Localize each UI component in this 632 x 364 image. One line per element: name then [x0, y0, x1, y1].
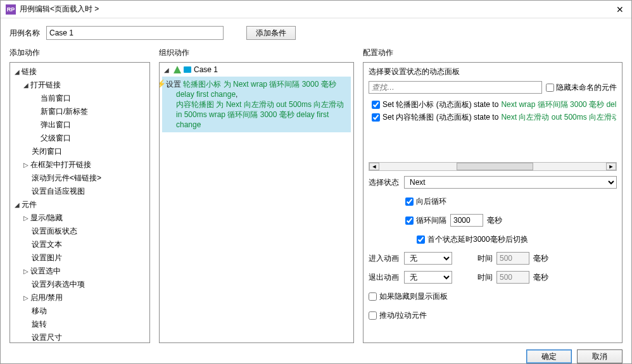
ok-button[interactable]: 确定	[526, 349, 572, 363]
select-state-dropdown[interactable]: Next	[404, 176, 617, 189]
loop-interval-input[interactable]	[450, 214, 483, 227]
columns: 添加动作 ◢链接 ◢打开链接 当前窗口 新窗口/新标签 弹出窗口 父级窗口 关闭…	[1, 45, 631, 343]
tree-parent-window[interactable]: 父级窗口	[14, 132, 146, 145]
tree-adaptive-view[interactable]: 设置自适应视图	[14, 185, 146, 198]
case-label: Case 1	[194, 65, 218, 74]
ms-unit: 毫秒	[487, 215, 502, 226]
organize-action-header: 组织动作	[159, 47, 354, 58]
hide-unnamed-checkbox[interactable]: 隐藏未命名的元件	[546, 82, 617, 93]
tree-set-text[interactable]: 设置文本	[14, 238, 146, 251]
configure-action-column: 配置动作 选择要设置状态的动态面板 隐藏未命名的元件 Set 轮播图小标 (动态…	[363, 45, 623, 343]
cfg-heading: 选择要设置状态的动态面板	[369, 66, 617, 77]
time-label: 时间	[456, 272, 493, 283]
anim-in-dropdown[interactable]: 无	[404, 252, 452, 265]
tree-set-panel-state[interactable]: 设置面板状态	[14, 225, 146, 238]
configure-action-header: 配置动作	[363, 47, 623, 58]
scroll-thumb[interactable]	[457, 163, 534, 170]
case-name-label: 用例名称	[9, 28, 40, 39]
tree-new-window[interactable]: 新窗口/新标签	[14, 105, 146, 118]
ms-unit: 毫秒	[533, 272, 548, 283]
anim-out-dropdown[interactable]: 无	[404, 271, 452, 284]
tree-rotate[interactable]: 旋转	[14, 318, 146, 331]
organize-action-column: 组织动作 ◢ Case 1 ⚡ 设置 轮播图小标 为 Next wrap 循环间…	[159, 45, 354, 343]
action-tree-panel: ◢链接 ◢打开链接 当前窗口 新窗口/新标签 弹出窗口 父级窗口 关闭窗口 ▷在…	[9, 62, 150, 343]
anim-out-time-input	[496, 271, 529, 284]
configure-panel: 选择要设置状态的动态面板 隐藏未命名的元件 Set 轮播图小标 (动态面板) s…	[363, 62, 623, 343]
case-icon-a	[174, 66, 181, 73]
case-header[interactable]: ◢ Case 1	[160, 63, 353, 77]
tree-scroll-to-widget[interactable]: 滚动到元件<锚链接>	[14, 172, 146, 185]
tree-group-widget[interactable]: ◢元件	[14, 198, 146, 211]
time-label: 时间	[456, 253, 493, 264]
case-icon-b	[184, 66, 191, 73]
case-name-input[interactable]	[46, 26, 224, 40]
titlebar: RP 用例编辑<页面载入时 > ✕	[1, 1, 631, 18]
tree-current-window[interactable]: 当前窗口	[14, 92, 146, 105]
dialog-footer: 确定 取消	[1, 343, 631, 364]
delay-first-checkbox[interactable]: 首个状态延时3000毫秒后切换	[417, 234, 528, 245]
tree-move[interactable]: 移动	[14, 304, 146, 318]
app-icon: RP	[6, 4, 16, 15]
tree-set-selected[interactable]: ▷设置选中	[14, 265, 146, 278]
list-item[interactable]: Set 轮播图小标 (动态面板) state to Next wrap 循环间隔…	[369, 98, 616, 111]
tree-group-link[interactable]: ◢链接	[14, 65, 146, 78]
add-action-column: 添加动作 ◢链接 ◢打开链接 当前窗口 新窗口/新标签 弹出窗口 父级窗口 关闭…	[9, 45, 150, 343]
loop-interval-checkbox[interactable]: 循环间隔	[405, 215, 446, 226]
tree-close-window[interactable]: 关闭窗口	[14, 145, 146, 158]
tree-open-link[interactable]: ◢打开链接	[14, 78, 146, 92]
cancel-button[interactable]: 取消	[577, 349, 623, 363]
action-tree: ◢链接 ◢打开链接 当前窗口 新窗口/新标签 弹出窗口 父级窗口 关闭窗口 ▷在…	[10, 63, 149, 343]
case-name-row: 用例名称 添加条件	[1, 18, 631, 45]
scroll-right-icon[interactable]: ►	[606, 163, 616, 170]
action-item[interactable]: ⚡ 设置 轮播图小标 为 Next wrap 循环间隔 3000 毫秒 dela…	[162, 77, 351, 132]
tree-set-list-selected[interactable]: 设置列表选中项	[14, 278, 146, 291]
anim-out-label: 退出动画	[369, 272, 400, 283]
loop-back-checkbox[interactable]: 向后循环	[405, 196, 446, 207]
add-action-header: 添加动作	[9, 47, 150, 58]
show-if-hidden-checkbox[interactable]: 如果隐藏则显示面板	[369, 291, 448, 302]
push-pull-checkbox[interactable]: 推动/拉动元件	[369, 310, 427, 321]
add-condition-button[interactable]: 添加条件	[246, 26, 296, 40]
scroll-left-icon[interactable]: ◄	[369, 163, 379, 170]
close-icon[interactable]: ✕	[614, 4, 626, 15]
tree-open-in-frame[interactable]: ▷在框架中打开链接	[14, 158, 146, 172]
panel-list: Set 轮播图小标 (动态面板) state to Next wrap 循环间隔…	[369, 97, 617, 124]
anim-in-label: 进入动画	[369, 253, 400, 264]
anim-in-time-input	[496, 252, 529, 265]
list-item[interactable]: Set 内容轮播图 (动态面板) state to Next 向左滑动 out …	[369, 111, 616, 123]
window-title: 用例编辑<页面载入时 >	[20, 4, 614, 15]
tree-enable-disable[interactable]: ▷启用/禁用	[14, 291, 146, 304]
tree-show-hide[interactable]: ▷显示/隐藏	[14, 211, 146, 225]
horizontal-scrollbar[interactable]: ◄ ►	[369, 162, 617, 171]
search-input[interactable]	[369, 81, 542, 94]
tree-popup-window[interactable]: 弹出窗口	[14, 118, 146, 132]
organize-panel: ◢ Case 1 ⚡ 设置 轮播图小标 为 Next wrap 循环间隔 300…	[159, 62, 354, 343]
tree-set-image[interactable]: 设置图片	[14, 251, 146, 265]
ms-unit: 毫秒	[533, 253, 548, 264]
select-state-label: 选择状态	[369, 177, 400, 188]
tree-set-size[interactable]: 设置尺寸	[14, 331, 146, 343]
